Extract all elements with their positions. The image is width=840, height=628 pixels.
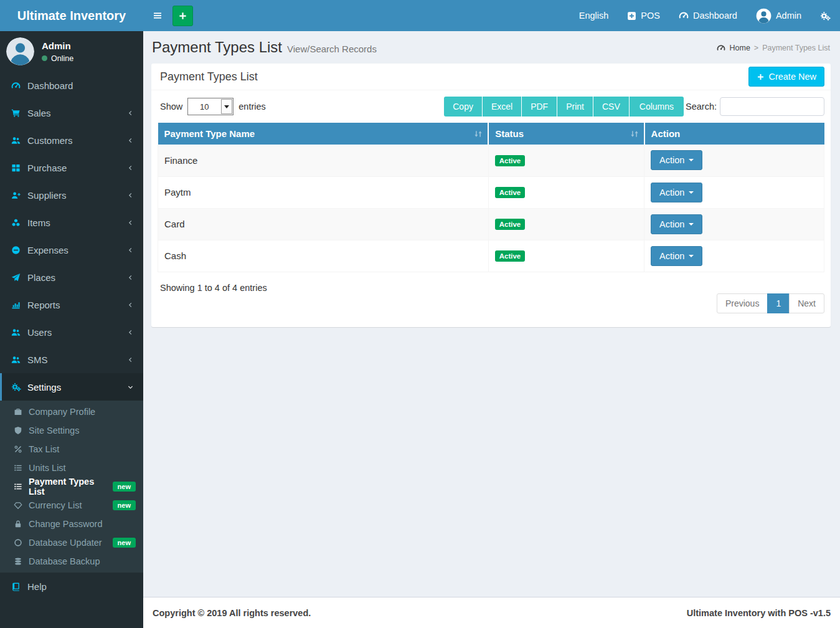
status-badge: Active [495,250,526,262]
payment-type-name-cell: Cash [158,240,489,272]
list-icon [14,482,29,491]
entries-select[interactable]: 10 [187,98,234,115]
status-badge: Active [495,219,526,230]
chevron-left-icon [127,329,134,336]
user-menu[interactable]: Admin [747,0,811,31]
shield-icon [14,426,29,435]
page-title: Payment Types List [152,39,282,56]
hamburger-icon [153,11,163,21]
settings-menu[interactable] [811,0,840,31]
diamond-icon [14,501,29,510]
panel-header: Payment Types List Create New [151,64,831,90]
version-text: Ultimate Inventory with POS -v1.5 [687,608,831,618]
submenu-item-change-password[interactable]: Change Password [0,515,143,533]
status-cell: Active [488,176,644,208]
sidebar-item-expenses[interactable]: Expenses [0,236,143,264]
status-cell: Active [488,145,644,176]
action-dropdown-button[interactable]: Action [651,214,702,234]
sidebar-item-items[interactable]: Items [0,209,143,236]
previous-page-button[interactable]: Previous [717,293,768,313]
content-area: Payment Types List View/Search Records H… [143,31,840,597]
sidebar-item-customers[interactable]: Customers [0,126,143,154]
sidebar-item-settings[interactable]: Settings [0,373,143,401]
caret-down-icon [689,191,694,194]
next-page-button[interactable]: Next [789,293,824,313]
chevron-left-icon [127,192,134,199]
table-row: Card Active Action [158,208,824,240]
column-header-status[interactable]: Status [488,123,644,145]
sidebar-item-reports[interactable]: Reports [0,291,143,318]
quick-add-button[interactable] [172,6,193,26]
new-badge: new [113,482,136,492]
chevron-left-icon [127,137,134,144]
online-dot-icon [42,55,47,61]
copyright-text: Copyright © 2019 All rights reserved. [153,608,311,618]
minus-circle-icon [11,245,27,255]
submenu-item-tax-list[interactable]: Tax List [0,440,143,459]
sidebar-item-purchase[interactable]: Purchase [0,154,143,181]
table-container: Payment Type Name Status Action [158,123,824,272]
csv-button[interactable]: CSV [593,97,629,117]
status-cell: Active [488,208,644,240]
sidebar-item-places[interactable]: Places [0,264,143,291]
submenu-item-database-updater[interactable]: Database Updater new [0,533,143,552]
sidebar-toggle-button[interactable] [143,0,172,31]
search-label: Search: [686,102,717,112]
column-header-payment-type-name[interactable]: Payment Type Name [158,123,489,145]
user-plus-icon [11,191,27,200]
language-menu[interactable]: English [570,0,618,31]
excel-button[interactable]: Excel [483,97,521,117]
page-footer: Copyright © 2019 All rights reserved. Ul… [143,597,840,628]
pos-link[interactable]: POS [618,0,669,31]
action-dropdown-button[interactable]: Action [651,183,702,202]
app-window: Ultimate Inventory English POS Dashboard [0,0,840,628]
cart-icon [11,108,27,118]
submenu-item-database-backup[interactable]: Database Backup [0,552,143,571]
sort-icon [630,130,639,138]
breadcrumb-separator: > [754,44,758,52]
caret-down-icon [689,255,694,257]
dashboard-link[interactable]: Dashboard [669,0,747,31]
print-button[interactable]: Print [557,97,593,117]
chevron-left-icon [127,356,134,363]
submenu-item-currency-list[interactable]: Currency List new [0,496,143,515]
sidebar-item-dashboard[interactable]: Dashboard [0,72,143,99]
copy-button[interactable]: Copy [444,97,482,117]
action-cell: Action [644,176,824,208]
pdf-button[interactable]: PDF [522,97,557,117]
action-dropdown-button[interactable]: Action [651,246,702,266]
submenu-item-units-list[interactable]: Units List [0,459,143,477]
gears-icon [11,382,27,392]
show-label: Show [160,102,182,112]
caret-down-icon [689,159,694,161]
submenu-item-site-settings[interactable]: Site Settings [0,421,143,440]
chevron-left-icon [127,110,134,117]
search-input[interactable] [720,97,824,116]
gauge-icon [11,81,27,90]
sidebar-item-help[interactable]: Help [0,573,143,600]
status-badge: Active [495,187,526,198]
breadcrumb-home-link[interactable]: Home [729,44,750,52]
submenu-item-payment-types-list[interactable]: Payment Types List new [0,477,143,496]
submenu-item-company-profile[interactable]: Company Profile [0,402,143,421]
sidebar-item-users[interactable]: Users [0,318,143,346]
top-header: Ultimate Inventory English POS Dashboard [0,0,840,31]
plus-square-icon [627,11,636,21]
action-dropdown-button[interactable]: Action [651,150,702,170]
brand-logo[interactable]: Ultimate Inventory [0,0,143,31]
page-number-button[interactable]: 1 [767,293,790,313]
cubes-icon [11,218,27,227]
paper-plane-icon [11,273,27,282]
sidebar-item-sales[interactable]: Sales [0,99,143,126]
create-new-button[interactable]: Create New [748,67,824,87]
sidebar-item-sms[interactable]: SMS [0,346,143,373]
circle-icon [14,538,29,547]
users-icon [11,328,27,337]
table-info: Showing 1 to 4 of 4 entries [160,283,267,293]
columns-button[interactable]: Columns [630,97,684,117]
status-badge: Active [495,155,526,166]
sidebar-item-suppliers[interactable]: Suppliers [0,181,143,209]
sidebar-menu: Dashboard Sales Customers Purchase [0,72,143,401]
user-avatar [756,8,772,24]
dashboard-icon [717,44,725,52]
